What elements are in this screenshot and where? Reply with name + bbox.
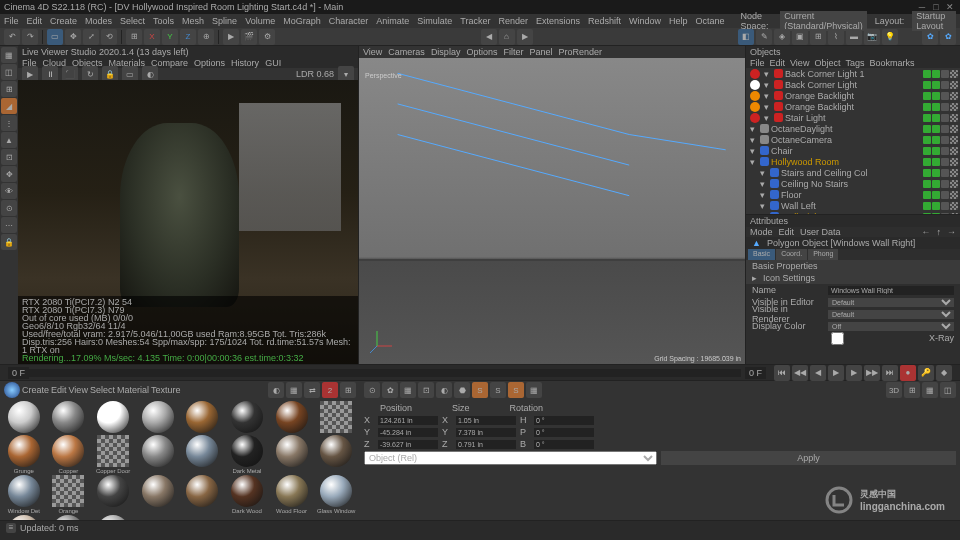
vp-display[interactable]: Display [431,47,461,57]
tl-keyopt[interactable]: ◆ [936,365,952,381]
tl-autokey[interactable]: 🔑 [918,365,934,381]
tl-start[interactable]: 0 F [8,367,29,379]
tab-basic[interactable]: Basic [748,249,775,260]
menu-octane[interactable]: Octane [696,16,725,26]
mat-opt3[interactable]: ⊞ [340,382,356,398]
ct-1[interactable]: ⊙ [364,382,380,398]
material-item[interactable]: Wood Floor [270,475,314,514]
spline-pen[interactable]: ✎ [756,29,772,45]
material-item[interactable]: Copper [47,435,91,474]
object-row[interactable]: ▾Wall Left [746,200,960,211]
menu-mesh[interactable]: Mesh [182,16,204,26]
apply-button[interactable]: Apply [661,451,956,465]
object-tree[interactable]: ▾Back Corner Light 1▾Back Corner Light▾O… [746,68,960,214]
bend[interactable]: ⌇ [828,29,844,45]
ct-2[interactable]: ✿ [382,382,398,398]
axis-mode[interactable]: ✥ [1,166,17,182]
objects-tab[interactable]: Objects [750,47,781,57]
visr-select[interactable]: Default [828,310,954,319]
material-item[interactable] [225,401,269,434]
tl-prev[interactable]: ◀ [810,365,826,381]
ct-6[interactable]: ⬣ [454,382,470,398]
mat-view[interactable]: View [69,385,88,395]
select-tool[interactable]: ▭ [47,29,63,45]
workplane-lock[interactable]: 🔒 [1,234,17,250]
material-item[interactable]: Grunge [2,435,46,474]
extrude[interactable]: ▣ [792,29,808,45]
material-item[interactable] [181,435,225,474]
obj-file[interactable]: File [750,58,765,68]
viewport-3d[interactable]: View Cameras Display Options Filter Pane… [358,46,745,364]
cube-primitive[interactable]: ◧ [738,29,754,45]
floor[interactable]: ▬ [846,29,862,45]
menu-extensions[interactable]: Extensions [536,16,580,26]
undo-button[interactable]: ↶ [4,29,20,45]
render-pv[interactable]: 🎬 [241,29,257,45]
coord-system[interactable]: ⊕ [198,29,214,45]
render-settings[interactable]: ⚙ [259,29,275,45]
vise-select[interactable]: Default [828,298,954,307]
tl-first[interactable]: ⏮ [774,365,790,381]
attr-nav-fwd[interactable]: → [947,227,956,237]
prev-layout[interactable]: ◀ [481,29,497,45]
mat-texture[interactable]: Texture [151,385,181,395]
snap-toggle[interactable]: ⊙ [1,200,17,216]
attr-edit[interactable]: Edit [779,227,795,237]
menu-create[interactable]: Create [50,16,77,26]
material-item[interactable] [270,435,314,474]
material-item[interactable] [181,401,225,434]
point-mode[interactable]: ⋮ [1,115,17,131]
material-item[interactable] [91,475,135,514]
pos-x[interactable] [378,416,438,425]
subdiv[interactable]: ◈ [774,29,790,45]
material-item[interactable] [314,401,358,434]
menu-render[interactable]: Render [498,16,528,26]
render-preview[interactable]: RTX 2080 Ti(PCI7.2) N2 54 RTX 2080 Ti(PC… [18,80,358,364]
menu-window[interactable]: Window [629,16,661,26]
obj-view[interactable]: View [790,58,809,68]
snap-settings[interactable]: ⋯ [1,217,17,233]
material-item[interactable] [91,515,135,520]
name-input[interactable] [828,286,954,295]
object-row[interactable]: ▾Hollywood Room [746,156,960,167]
attr-nav-up[interactable]: ↑ [937,227,942,237]
tl-prevkey[interactable]: ◀◀ [792,365,808,381]
tl-record[interactable]: ● [900,365,916,381]
object-row[interactable]: ▾Stairs and Ceiling Col [746,167,960,178]
material-item[interactable] [314,435,358,474]
menu-edit[interactable]: Edit [27,16,43,26]
rot-b[interactable] [534,440,594,449]
mat-material[interactable]: Material [117,385,149,395]
object-row[interactable]: ▾Ceiling No Stairs [746,178,960,189]
material-item[interactable] [47,515,91,520]
ct-3[interactable]: ▦ [400,382,416,398]
material-item[interactable]: Dark Wood [225,475,269,514]
menu-modes[interactable]: Modes [85,16,112,26]
edge-mode[interactable]: ◢ [1,98,17,114]
object-row[interactable]: ▾OctaneDaylight [746,123,960,134]
vp-cameras[interactable]: Cameras [388,47,425,57]
lv-gui[interactable]: GUI [265,58,281,68]
pos-z[interactable] [378,440,438,449]
material-item[interactable]: Copper Door [91,435,135,474]
menu-animate[interactable]: Animate [376,16,409,26]
rot-h[interactable] [534,416,594,425]
mat-opt2[interactable]: ▦ [286,382,302,398]
lv-ldr[interactable]: LDR 0.68 [296,69,334,79]
coord-mode[interactable]: Object (Rel) [364,451,657,465]
menu-help[interactable]: Help [669,16,688,26]
axis-gizmo[interactable] [367,326,397,356]
ct-s3[interactable]: S [508,382,524,398]
scale-tool[interactable]: ⤢ [83,29,99,45]
timeline-track[interactable] [29,369,741,377]
ct-s1[interactable]: S [472,382,488,398]
lv-history[interactable]: History [231,58,259,68]
object-row[interactable]: ▾OctaneCamera [746,134,960,145]
object-row[interactable]: ▾Chair [746,145,960,156]
ct-5[interactable]: ◐ [436,382,452,398]
vp-prorender[interactable]: ProRender [558,47,602,57]
ct-9[interactable]: ▦ [922,382,938,398]
workplane-mode[interactable]: ⊞ [1,81,17,97]
obj-edit[interactable]: Edit [770,58,786,68]
light[interactable]: 💡 [882,29,898,45]
